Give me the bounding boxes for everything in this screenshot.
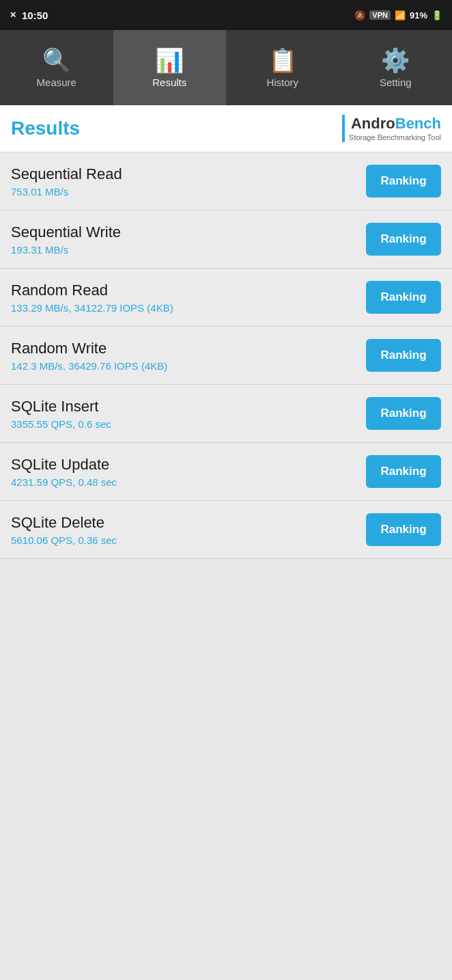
benchmark-item-random-read: Random Read 133.29 MB/s, 34122.79 IOPS (…	[0, 269, 452, 327]
benchmark-name-sequential-write: Sequential Write	[11, 223, 366, 241]
battery-icon: 🔋	[432, 10, 442, 21]
ranking-button-sqlite-delete[interactable]: Ranking	[366, 513, 441, 546]
benchmark-name-sequential-read: Sequential Read	[11, 165, 366, 183]
benchmark-value-random-write: 142.3 MB/s, 36429.76 IOPS (4KB)	[11, 360, 366, 372]
benchmark-item-sqlite-insert: SQLite Insert 3355.55 QPS, 0.6 sec Ranki…	[0, 385, 452, 443]
benchmark-item-sequential-write: Sequential Write 193.31 MB/s Ranking	[0, 210, 452, 269]
wifi-icon: 📶	[395, 10, 406, 21]
benchmark-info-sequential-write: Sequential Write 193.31 MB/s	[11, 223, 366, 256]
benchmark-info-sequential-read: Sequential Read 753.01 MB/s	[11, 165, 366, 198]
benchmark-info-sqlite-update: SQLite Update 4231.59 QPS, 0.48 sec	[11, 456, 366, 488]
benchmark-name-sqlite-update: SQLite Update	[11, 456, 366, 474]
status-icons: 🔕 VPN 📶 91% 🔋	[354, 10, 442, 21]
benchmark-item-sqlite-update: SQLite Update 4231.59 QPS, 0.48 sec Rank…	[0, 443, 452, 501]
results-icon	[155, 48, 184, 72]
benchmark-item-random-write: Random Write 142.3 MB/s, 36429.76 IOPS (…	[0, 327, 452, 385]
benchmark-list: Sequential Read 753.01 MB/s Ranking Sequ…	[0, 152, 452, 559]
tab-history[interactable]: History	[226, 30, 339, 105]
mute-icon: 🔕	[354, 10, 365, 21]
brand-tagline: Storage Benchmarking Tool	[349, 133, 441, 142]
ranking-button-random-read[interactable]: Ranking	[366, 281, 441, 314]
ranking-button-sqlite-update[interactable]: Ranking	[366, 455, 441, 488]
time-display: 10:50	[22, 10, 48, 21]
tab-results-label: Results	[152, 77, 186, 88]
ranking-button-random-write[interactable]: Ranking	[366, 339, 441, 372]
benchmark-info-sqlite-delete: SQLite Delete 5610.06 QPS, 0.36 sec	[11, 514, 366, 546]
brand-bar	[342, 115, 345, 142]
benchmark-item-sequential-read: Sequential Read 753.01 MB/s Ranking	[0, 152, 452, 210]
brand-name: AndroBench	[349, 115, 441, 133]
benchmark-name-sqlite-insert: SQLite Insert	[11, 398, 366, 416]
measure-icon	[42, 48, 71, 72]
battery-percent: 91%	[410, 10, 427, 21]
history-icon	[268, 48, 297, 72]
benchmark-name-random-write: Random Write	[11, 340, 366, 357]
setting-icon	[381, 48, 410, 72]
tab-measure[interactable]: Measure	[0, 30, 113, 105]
tab-setting[interactable]: Setting	[339, 30, 453, 105]
page-title: Results	[11, 118, 80, 139]
benchmark-value-sqlite-update: 4231.59 QPS, 0.48 sec	[11, 476, 366, 488]
benchmark-value-sequential-read: 753.01 MB/s	[11, 186, 366, 198]
benchmark-value-sequential-write: 193.31 MB/s	[11, 244, 366, 256]
tab-history-label: History	[266, 77, 298, 88]
benchmark-name-sqlite-delete: SQLite Delete	[11, 514, 366, 532]
vpn-badge: VPN	[369, 10, 391, 20]
tab-results[interactable]: Results	[113, 30, 227, 105]
benchmark-item-sqlite-delete: SQLite Delete 5610.06 QPS, 0.36 sec Rank…	[0, 501, 452, 559]
benchmark-info-sqlite-insert: SQLite Insert 3355.55 QPS, 0.6 sec	[11, 398, 366, 430]
results-header: Results AndroBench Storage Benchmarking …	[0, 105, 452, 152]
tab-measure-label: Measure	[37, 77, 76, 88]
ranking-button-sqlite-insert[interactable]: Ranking	[366, 397, 441, 430]
ranking-button-sequential-write[interactable]: Ranking	[366, 223, 441, 256]
benchmark-info-random-write: Random Write 142.3 MB/s, 36429.76 IOPS (…	[11, 340, 366, 372]
status-bar: ✕ 10:50 🔕 VPN 📶 91% 🔋	[0, 0, 452, 30]
benchmark-value-random-read: 133.29 MB/s, 34122.79 IOPS (4KB)	[11, 302, 366, 314]
navigation-tabs: Measure Results History Setting	[0, 30, 452, 105]
benchmark-info-random-read: Random Read 133.29 MB/s, 34122.79 IOPS (…	[11, 282, 366, 314]
brand-bench: Bench	[395, 115, 441, 132]
ranking-button-sequential-read[interactable]: Ranking	[366, 165, 441, 198]
tab-setting-label: Setting	[380, 77, 412, 88]
benchmark-value-sqlite-delete: 5610.06 QPS, 0.36 sec	[11, 534, 366, 546]
status-time: ✕ 10:50	[10, 10, 48, 21]
brand-logo: AndroBench Storage Benchmarking Tool	[349, 115, 441, 142]
benchmark-name-random-read: Random Read	[11, 282, 366, 299]
brand-container: AndroBench Storage Benchmarking Tool	[342, 115, 441, 142]
brand-andro: Andro	[351, 115, 395, 132]
benchmark-value-sqlite-insert: 3355.55 QPS, 0.6 sec	[11, 418, 366, 430]
